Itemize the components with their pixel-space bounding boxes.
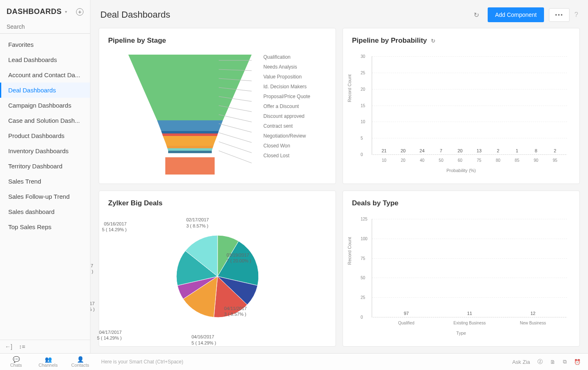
pie-label: 02/17/20173 ( 8.57% ) xyxy=(186,217,209,229)
legend-item: Needs Analysis xyxy=(263,62,310,72)
footer-chats[interactable]: 💬Chats xyxy=(0,355,32,369)
topbar: Deal Dashboards ↻ Add Component ••• ? xyxy=(90,0,588,28)
svg-line-18 xyxy=(219,133,252,142)
card-pipeline-stage: Pipeline by Stage QualificationNeeds Ana… xyxy=(99,28,336,184)
svg-line-19 xyxy=(219,142,252,153)
probability-bar-chart: Record Count0510152025302110202024407502… xyxy=(352,52,570,175)
svg-marker-5 xyxy=(166,143,214,146)
smart-chat-input[interactable]: Here is your Smart Chat (Ctrl+Space) xyxy=(96,359,512,365)
card-title: Pipeline by Stage xyxy=(108,37,326,45)
card-title: Pipeline by Probability ↻ xyxy=(352,37,570,45)
svg-marker-3 xyxy=(162,133,218,136)
legend-item: Closed Won xyxy=(263,141,310,151)
refresh-icon[interactable]: ↻ xyxy=(470,9,483,21)
pie-label: 04/16/20175 ( 14.29% ) xyxy=(192,334,216,346)
sidebar-item[interactable]: Lead Dashboards xyxy=(0,52,90,67)
svg-line-20 xyxy=(219,151,252,163)
chat-icon: 💬 xyxy=(13,356,20,363)
profile-icon[interactable]: ⧉ xyxy=(563,359,567,365)
help-icon[interactable]: ? xyxy=(574,11,578,18)
svg-rect-9 xyxy=(165,157,215,175)
topbar-actions: ↻ Add Component ••• ? xyxy=(470,7,578,22)
legend-item: Offer a Discount xyxy=(263,101,310,111)
ask-zia-button[interactable]: Ask Zia xyxy=(512,359,530,365)
legend-item: Proposal/Price Quote xyxy=(263,92,310,101)
funnel-legend: QualificationNeeds AnalysisValue Proposi… xyxy=(263,52,310,161)
doc-icon[interactable]: 🗎 xyxy=(550,359,556,365)
dashboard-grid: Pipeline by Stage QualificationNeeds Ana… xyxy=(90,28,588,353)
channels-icon: 👥 xyxy=(45,356,52,363)
add-dashboard-button[interactable]: + xyxy=(76,8,83,16)
pie-chart: 02/17/20173 ( 8.57% )03/19/20177 ( 20.00… xyxy=(108,215,326,338)
more-button[interactable]: ••• xyxy=(549,8,569,22)
sidebar-title: DASHBOARDS xyxy=(7,7,62,16)
pie-label: 04/23/20175 ( 14.29% ) xyxy=(90,263,93,275)
sidebar-item[interactable]: Sales Follow-up Trend xyxy=(0,189,90,204)
legend-item: Closed Lost xyxy=(263,151,310,161)
svg-marker-4 xyxy=(163,136,217,143)
sidebar-item[interactable]: Deal Dashboards xyxy=(0,83,90,98)
sidebar-item[interactable]: Top Sales Reps xyxy=(0,219,90,234)
sidebar-item[interactable]: Case and Solution Dash... xyxy=(0,113,90,128)
nav-list: FavoritesLead DashboardsAccount and Cont… xyxy=(0,34,90,238)
card-title: Zylker Big Deals xyxy=(108,199,326,207)
svg-marker-2 xyxy=(161,131,219,133)
refresh-icon[interactable]: ↻ xyxy=(431,38,435,44)
sidebar-item[interactable]: Inventory Dashboards xyxy=(0,143,90,159)
pie-svg xyxy=(164,223,271,330)
card-deals-type: Deals by Type Record Count02550751001259… xyxy=(343,191,580,347)
svg-marker-0 xyxy=(128,55,252,120)
footer-right: Ask Zia ⓩ 🗎 ⧉ ⏰ xyxy=(512,358,588,365)
pie-label: 04/17/20175 ( 14.29% ) xyxy=(97,329,122,341)
funnel-chart xyxy=(124,52,256,175)
footer: 💬Chats 👥Channels 👤Contacts Here is your … xyxy=(0,353,588,370)
legend-item: Qualification xyxy=(263,52,310,62)
sidebar-footer: ←] ↕≡ xyxy=(0,340,90,353)
sidebar-item[interactable]: Campaign Dashboards xyxy=(0,98,90,113)
sidebar-item[interactable]: Account and Contact Da... xyxy=(0,67,90,83)
pie-label: 04/18/20172 ( 5.71% ) xyxy=(90,301,95,313)
sort-icon[interactable]: ↕≡ xyxy=(19,343,25,350)
pie-label: 03/19/20177 ( 20.00% ) xyxy=(227,252,251,264)
svg-marker-1 xyxy=(157,120,223,131)
sidebar-item[interactable]: Favorites xyxy=(0,37,90,52)
svg-marker-7 xyxy=(167,148,213,151)
sidebar-header: DASHBOARDS ▾ + xyxy=(0,0,90,20)
chevron-down-icon[interactable]: ▾ xyxy=(65,9,67,14)
sidebar: DASHBOARDS ▾ + FavoritesLead DashboardsA… xyxy=(0,0,90,353)
legend-item: Value Proposition xyxy=(263,72,310,82)
svg-line-17 xyxy=(219,124,252,132)
footer-contacts[interactable]: 👤Contacts xyxy=(64,355,96,369)
footer-channels[interactable]: 👥Channels xyxy=(32,355,64,369)
clock-icon[interactable]: ⏰ xyxy=(574,359,581,365)
legend-item: Discount approved xyxy=(263,111,310,121)
contacts-icon: 👤 xyxy=(77,356,84,363)
svg-marker-8 xyxy=(168,151,212,153)
sidebar-item[interactable]: Sales dashboard xyxy=(0,204,90,219)
svg-marker-6 xyxy=(167,146,213,148)
legend-item: Id. Decision Makers xyxy=(263,82,310,92)
pie-label: 04/11/20173 ( 8.57% ) xyxy=(224,306,247,317)
pie-label: 05/16/20175 ( 14.29% ) xyxy=(102,221,127,233)
collapse-icon[interactable]: ←] xyxy=(5,343,12,350)
search-input[interactable] xyxy=(0,20,90,34)
card-big-deals: Zylker Big Deals 02/17/20173 ( 8.57% )03… xyxy=(99,191,336,347)
sidebar-item[interactable]: Product Dashboards xyxy=(0,128,90,143)
sidebar-item[interactable]: Sales Trend xyxy=(0,174,90,189)
card-title: Deals by Type xyxy=(352,199,570,207)
sidebar-item[interactable]: Territory Dashboard xyxy=(0,159,90,174)
legend-item: Negotiation/Review xyxy=(263,131,310,141)
legend-item: Contract sent xyxy=(263,121,310,131)
page-title: Deal Dashboards xyxy=(100,9,170,20)
card-pipeline-probability: Pipeline by Probability ↻ Record Count05… xyxy=(343,28,580,184)
zia-icon[interactable]: ⓩ xyxy=(537,358,543,365)
add-component-button[interactable]: Add Component xyxy=(488,7,544,22)
main: Deal Dashboards ↻ Add Component ••• ? Pi… xyxy=(90,0,588,353)
type-bar-chart: Record Count025507510012597Qualified11Ex… xyxy=(352,215,570,338)
